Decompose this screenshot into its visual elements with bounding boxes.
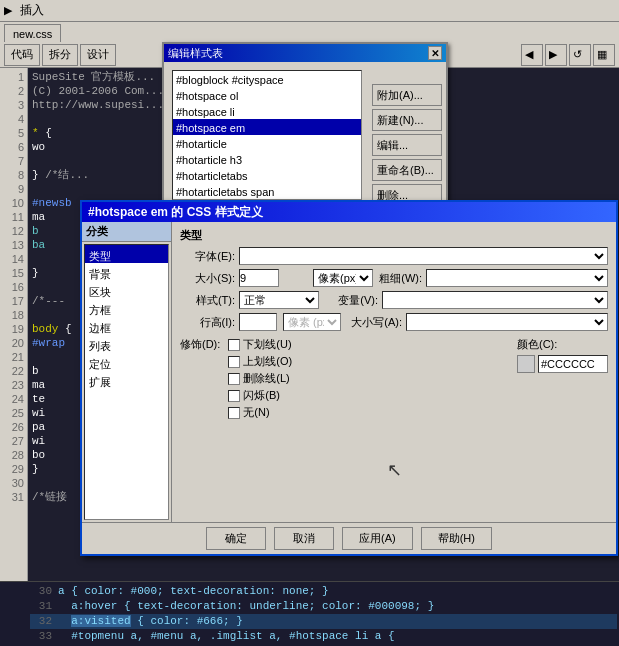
overline-checkbox[interactable] — [228, 356, 240, 368]
refresh-btn[interactable]: ↺ — [569, 44, 591, 66]
style-item-4[interactable]: #hotarticle — [173, 135, 361, 151]
category-item-6[interactable]: 定位 — [85, 353, 168, 371]
dialog-close-btn[interactable]: ✕ — [428, 46, 442, 60]
tab-new-css[interactable]: new.css — [4, 24, 61, 42]
design-btn[interactable]: 设计 — [80, 44, 116, 66]
blink-checkbox[interactable] — [228, 390, 240, 402]
bottom-line-32: 32 a:visited { color: #666; } — [30, 614, 617, 629]
underline-checkbox[interactable] — [228, 339, 240, 351]
line-numbers: 1 2 3 4 5 6 7 8 9 10 11 12 13 14 15 16 1… — [0, 68, 28, 626]
rename-btn[interactable]: 重命名(B)... — [372, 159, 442, 181]
split-btn[interactable]: 拆分 — [42, 44, 78, 66]
font-label: 字体(E): — [180, 249, 235, 264]
category-header: 分类 — [82, 222, 171, 242]
case-select[interactable] — [406, 313, 608, 331]
checkbox-blink: 闪烁(B) — [228, 388, 501, 403]
dialog-cssdef-titlebar: #hotspace em 的 CSS 样式定义 — [82, 202, 616, 222]
size-unit-select[interactable]: 像素(px) — [313, 269, 373, 287]
bottom-line-30: 30 a { color: #000; text-decoration: non… — [30, 584, 617, 599]
top-menubar: ▶ 插入 — [0, 0, 619, 22]
apply-btn[interactable]: 应用(A) — [342, 527, 413, 550]
style-item-7[interactable]: #hotarticletabs span — [173, 183, 361, 199]
cancel-btn[interactable]: 取消 — [274, 527, 334, 550]
checkbox-none: 无(N) — [228, 405, 501, 420]
insert-menu-label[interactable]: 插入 — [20, 2, 44, 19]
category-item-1[interactable]: 背景 — [85, 263, 168, 281]
category-item-3[interactable]: 方框 — [85, 299, 168, 317]
insert-icon: ▶ — [4, 4, 12, 17]
code-btn[interactable]: 代码 — [4, 44, 40, 66]
none-checkbox[interactable] — [228, 407, 240, 419]
dialog-editstyle-body: #blogblock #cityspace #hotspace ol #hots… — [164, 62, 446, 208]
category-item-0[interactable]: 类型 — [85, 245, 168, 263]
dialog-editstyle-titlebar: 编辑样式表 ✕ — [164, 44, 446, 62]
style-list[interactable]: #blogblock #cityspace #hotspace ol #hots… — [172, 70, 362, 200]
attach-btn[interactable]: 附加(A)... — [372, 84, 442, 106]
style-item-0[interactable]: #blogblock #cityspace — [173, 71, 361, 87]
nav-forward-btn[interactable]: ▶ — [545, 44, 567, 66]
size-weight-row: 大小(S): 像素(px) 粗细(W): — [176, 267, 612, 289]
type-panel: 类型 字体(E): 大小(S): 像素(px) 粗细(W): — [172, 222, 616, 522]
lineheight-unit-select[interactable]: 像素 (px) — [283, 313, 341, 331]
help-btn[interactable]: 帮助(H) — [421, 527, 492, 550]
color-section: 颜色(C): — [517, 337, 608, 420]
checkbox-overline: 上划线(O) — [228, 354, 501, 369]
category-item-5[interactable]: 列表 — [85, 335, 168, 353]
decoration-label: 修饰(D): — [180, 337, 220, 352]
category-item-2[interactable]: 区块 — [85, 281, 168, 299]
lineheight-label: 行高(I): — [180, 315, 235, 330]
tab-bar: new.css — [0, 22, 619, 42]
dialog-cssdef[interactable]: #hotspace em 的 CSS 样式定义 分类 类型 背景 区块 方框 边… — [80, 200, 618, 556]
category-item-7[interactable]: 扩展 — [85, 371, 168, 389]
color-label: 颜色(C): — [517, 337, 557, 352]
grid-btn[interactable]: ▦ — [593, 44, 615, 66]
category-panel: 分类 类型 背景 区块 方框 边框 列表 定位 扩展 — [82, 222, 172, 522]
cursor-icon: ↖ — [387, 459, 402, 481]
category-list[interactable]: 类型 背景 区块 方框 边框 列表 定位 扩展 — [84, 244, 169, 520]
size-input[interactable] — [239, 269, 279, 287]
variant-select[interactable] — [382, 291, 608, 309]
lineheight-case-row: 行高(I): 像素 (px) 大小写(A): — [176, 311, 612, 333]
color-input-row — [517, 355, 608, 373]
style-label: 样式(T): — [180, 293, 235, 308]
bottom-line-33: 33 #topmenu a, #menu a, .imglist a, #hot… — [30, 629, 617, 644]
style-variant-row: 样式(T): 正常 变量(V): — [176, 289, 612, 311]
variant-label: 变量(V): — [323, 293, 378, 308]
new-btn[interactable]: 新建(N)... — [372, 109, 442, 131]
style-item-3[interactable]: #hotspace em — [173, 119, 361, 135]
strikethrough-checkbox[interactable] — [228, 373, 240, 385]
style-item-6[interactable]: #hotarticletabs — [173, 167, 361, 183]
nav-back-btn[interactable]: ◀ — [521, 44, 543, 66]
color-swatch[interactable] — [517, 355, 535, 373]
style-buttons: 附加(A)... 新建(N)... 编辑... 重命名(B)... 删除... — [372, 84, 442, 206]
dialog-cssdef-footer: 确定 取消 应用(A) 帮助(H) — [82, 522, 616, 554]
category-item-4[interactable]: 边框 — [85, 317, 168, 335]
style-item-5[interactable]: #hotarticle h3 — [173, 151, 361, 167]
cursor-area: ↖ — [176, 422, 612, 518]
edit-btn[interactable]: 编辑... — [372, 134, 442, 156]
weight-label: 粗细(W): — [367, 271, 422, 286]
style-item-2[interactable]: #hotspace li — [173, 103, 361, 119]
weight-select[interactable] — [426, 269, 608, 287]
font-row: 字体(E): — [176, 245, 612, 267]
lineheight-input[interactable] — [239, 313, 277, 331]
case-label: 大小写(A): — [347, 315, 402, 330]
font-select[interactable] — [239, 247, 608, 265]
checkbox-strikethrough: 删除线(L) — [228, 371, 501, 386]
cssdef-body: 分类 类型 背景 区块 方框 边框 列表 定位 扩展 类型 字体(E): — [82, 222, 616, 522]
bottom-line-31: 31 a:hover { text-decoration: underline;… — [30, 599, 617, 614]
type-header: 类型 — [176, 226, 612, 245]
style-item-1[interactable]: #hotspace ol — [173, 87, 361, 103]
decoration-checkboxes: 下划线(U) 上划线(O) 删除线(L) 闪烁(B) — [228, 337, 501, 420]
ok-btn[interactable]: 确定 — [206, 527, 266, 550]
size-label: 大小(S): — [180, 271, 235, 286]
dialog-editstyle[interactable]: 编辑样式表 ✕ #blogblock #cityspace #hotspace … — [162, 42, 448, 210]
color-input[interactable] — [538, 355, 608, 373]
decoration-label-container: 修饰(D): — [180, 337, 220, 420]
font-select-container — [239, 247, 608, 265]
bottom-code-area: 30 a { color: #000; text-decoration: non… — [0, 581, 619, 646]
decoration-color-section: 修饰(D): 下划线(U) 上划线(O) 删除线(L — [176, 335, 612, 422]
checkbox-underline: 下划线(U) — [228, 337, 501, 352]
style-select[interactable]: 正常 — [239, 291, 319, 309]
